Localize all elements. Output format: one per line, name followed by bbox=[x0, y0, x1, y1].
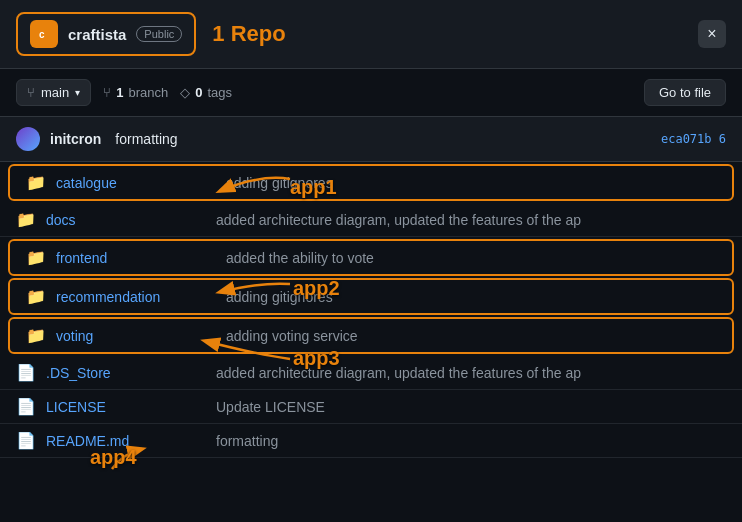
branch-label: main bbox=[41, 85, 69, 100]
folder-icon: 📁 bbox=[26, 287, 46, 306]
svg-text:c: c bbox=[39, 29, 45, 40]
tag-text: tags bbox=[207, 85, 232, 100]
table-row: 📁docsadded architecture diagram, updated… bbox=[0, 203, 742, 237]
table-row: 📁frontendadded the ability to vote bbox=[8, 239, 734, 276]
file-commit-message: added architecture diagram, updated the … bbox=[216, 212, 726, 228]
app2-label: app2 bbox=[293, 277, 340, 300]
repo-owner-name: craftista bbox=[68, 26, 126, 43]
file-icon: 📄 bbox=[16, 431, 36, 450]
file-name[interactable]: voting bbox=[56, 328, 216, 344]
table-row: 📁votingadding voting service bbox=[8, 317, 734, 354]
folder-icon: 📁 bbox=[16, 210, 36, 229]
repo-identity: c craftista Public bbox=[16, 12, 196, 56]
file-list: 📁catalogueadding gitignores📁docsadded ar… bbox=[0, 164, 742, 458]
repo-avatar: c bbox=[30, 20, 58, 48]
commit-bar: initcron formatting eca071b 6 bbox=[0, 117, 742, 162]
file-commit-message: added the ability to vote bbox=[226, 250, 716, 266]
go-to-file-button[interactable]: Go to file bbox=[644, 79, 726, 106]
branch-count: 1 bbox=[116, 85, 123, 100]
file-name[interactable]: catalogue bbox=[56, 175, 216, 191]
folder-icon: 📁 bbox=[26, 248, 46, 267]
tags-link[interactable]: ◇ 0 tags bbox=[180, 85, 232, 100]
branch-selector[interactable]: ⑂ main ▾ bbox=[16, 79, 91, 106]
branch-icon: ⑂ bbox=[27, 85, 35, 100]
file-name[interactable]: .DS_Store bbox=[46, 365, 206, 381]
commit-hash[interactable]: eca071b 6 bbox=[661, 132, 726, 146]
table-row: 📄LICENSEUpdate LICENSE bbox=[0, 390, 742, 424]
commit-message: formatting bbox=[115, 131, 177, 147]
file-name[interactable]: docs bbox=[46, 212, 206, 228]
folder-icon: 📁 bbox=[26, 173, 46, 192]
app4-label: app4 bbox=[90, 446, 137, 469]
chevron-down-icon: ▾ bbox=[75, 87, 80, 98]
toolbar: ⑂ main ▾ ⑂ 1 branch ◇ 0 tags Go to file bbox=[0, 69, 742, 117]
file-commit-message: formatting bbox=[216, 433, 726, 449]
file-name[interactable]: frontend bbox=[56, 250, 216, 266]
file-icon: 📄 bbox=[16, 397, 36, 416]
visibility-badge: Public bbox=[136, 26, 182, 42]
branch-text: branch bbox=[128, 85, 168, 100]
file-list-container: app1 📁catalogueadding gitignores📁docsadd… bbox=[0, 164, 742, 458]
branches-link[interactable]: ⑂ 1 branch bbox=[103, 85, 168, 100]
file-name[interactable]: LICENSE bbox=[46, 399, 206, 415]
table-row: 📁recommendationadding gitignores bbox=[8, 278, 734, 315]
tag-count: 0 bbox=[195, 85, 202, 100]
branch-count-icon: ⑂ bbox=[103, 85, 111, 100]
file-commit-message: Update LICENSE bbox=[216, 399, 726, 415]
commit-avatar bbox=[16, 127, 40, 151]
app3-label: app3 bbox=[293, 347, 340, 370]
folder-icon: 📁 bbox=[26, 326, 46, 345]
commit-user[interactable]: initcron bbox=[50, 131, 101, 147]
close-button[interactable]: × bbox=[698, 20, 726, 48]
header: c craftista Public 1 Repo × bbox=[0, 0, 742, 69]
app1-label: app1 bbox=[290, 176, 337, 199]
table-row: 📁catalogueadding gitignores bbox=[8, 164, 734, 201]
file-commit-message: adding voting service bbox=[226, 328, 716, 344]
file-icon: 📄 bbox=[16, 363, 36, 382]
table-row: 📄.DS_Storeadded architecture diagram, up… bbox=[0, 356, 742, 390]
tag-icon: ◇ bbox=[180, 85, 190, 100]
file-name[interactable]: recommendation bbox=[56, 289, 216, 305]
repo-title: 1 Repo bbox=[212, 21, 285, 47]
